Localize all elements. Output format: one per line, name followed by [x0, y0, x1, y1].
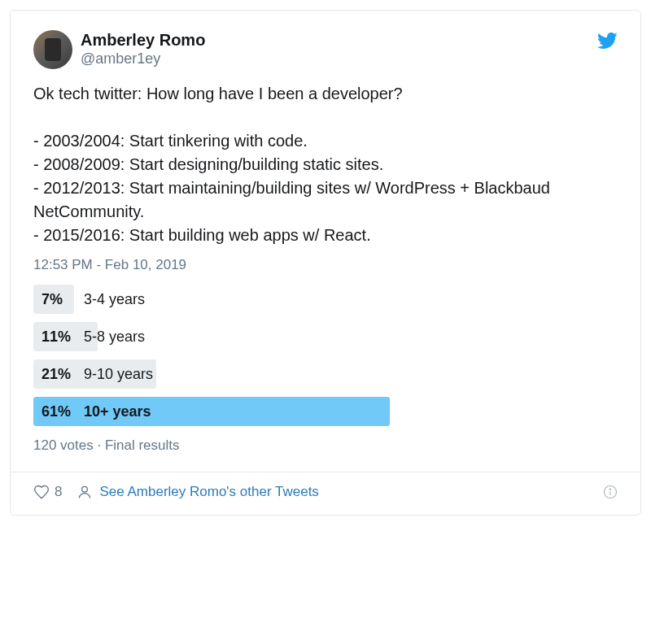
twitter-logo-icon[interactable]: [596, 30, 618, 51]
tweet-text: Ok tech twitter: How long have I been a …: [33, 82, 618, 247]
like-button[interactable]: 8: [33, 484, 62, 500]
poll-option-content: 61% 10+ years: [33, 403, 151, 420]
poll-option: 7% 3-4 years: [33, 285, 618, 314]
see-other-label: See Amberley Romo's other Tweets: [99, 484, 318, 500]
svg-point-0: [82, 486, 88, 492]
poll-meta: 120 votes · Final results: [33, 437, 618, 454]
tweet-footer: 8 See Amberley Romo's other Tweets: [33, 484, 618, 500]
profile-icon: [76, 484, 93, 500]
poll-option: 61% 10+ years: [33, 397, 618, 426]
poll-option-content: 11% 5-8 years: [33, 329, 145, 346]
poll-option-content: 21% 9-10 years: [33, 366, 153, 383]
tweet-header: Amberley Romo @amber1ey: [33, 30, 618, 69]
poll-option: 21% 9-10 years: [33, 359, 618, 389]
heart-icon: [33, 484, 50, 500]
poll-label: 5-8 years: [84, 329, 145, 346]
poll-pct: 61%: [42, 403, 76, 420]
svg-point-3: [609, 489, 610, 490]
user-handle: @amber1ey: [81, 50, 596, 68]
tweet-timestamp[interactable]: 12:53 PM - Feb 10, 2019: [33, 257, 618, 273]
poll-label: 10+ years: [84, 403, 151, 420]
divider: [11, 472, 640, 472]
poll-label: 9-10 years: [84, 366, 153, 383]
poll-pct: 21%: [42, 366, 76, 383]
tweet-card: Amberley Romo @amber1ey Ok tech twitter:…: [10, 10, 641, 516]
poll-option: 11% 5-8 years: [33, 322, 618, 351]
poll-pct: 11%: [42, 329, 76, 346]
poll-pct: 7%: [42, 291, 76, 308]
like-count: 8: [55, 484, 62, 500]
avatar[interactable]: [33, 30, 72, 69]
see-other-tweets-link[interactable]: See Amberley Romo's other Tweets: [76, 484, 318, 500]
poll: 7% 3-4 years 11% 5-8 years 21% 9-10 year…: [33, 285, 618, 426]
poll-option-content: 7% 3-4 years: [33, 291, 145, 308]
display-name: Amberley Romo: [81, 30, 596, 50]
poll-label: 3-4 years: [84, 291, 145, 308]
footer-left: 8 See Amberley Romo's other Tweets: [33, 484, 319, 500]
info-icon[interactable]: [603, 485, 618, 499]
user-info[interactable]: Amberley Romo @amber1ey: [81, 30, 596, 68]
